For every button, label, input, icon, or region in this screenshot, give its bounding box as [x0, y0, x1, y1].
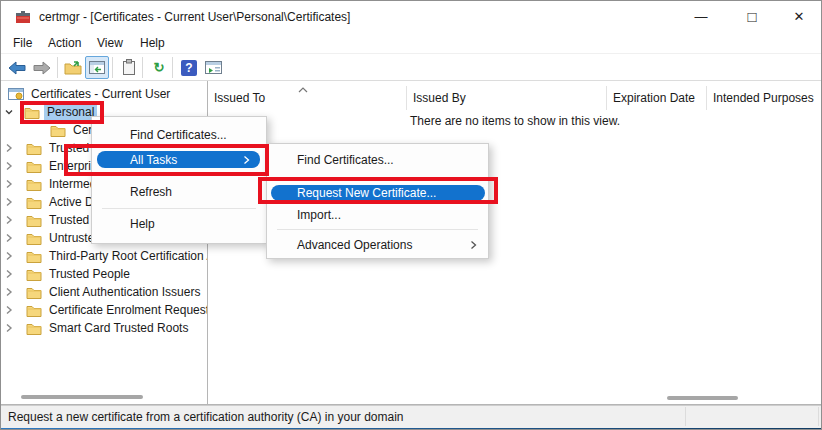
chevron-right-icon[interactable] [4, 215, 14, 225]
forward-icon[interactable] [30, 56, 54, 79]
chevron-right-icon[interactable] [4, 161, 14, 171]
chevron-right-icon[interactable] [4, 233, 14, 243]
tree-item-third-party-root-certification-authorities[interactable]: Third-Party Root Certification Authoriti… [2, 247, 207, 265]
folder-icon [26, 232, 42, 245]
status-bar-text: Request a new certificate from a certifi… [8, 406, 404, 428]
toolbar-divider [1, 80, 822, 81]
chevron-right-icon[interactable] [4, 197, 14, 207]
left-pane-hscrollbar[interactable] [21, 395, 143, 399]
folder-icon [50, 124, 66, 137]
maximize-button[interactable]: □ [729, 1, 775, 32]
all-tasks-submenu: Find Certificates... Request New Certifi… [266, 143, 489, 259]
tree-item-trusted-people[interactable]: Trusted People [2, 265, 207, 283]
menu-item-all-tasks[interactable]: All Tasks [97, 151, 260, 168]
app-icon [15, 9, 31, 25]
tree-item-client-authentication-issuers[interactable]: Client Authentication Issuers [2, 283, 207, 301]
tree-item-label: Client Authentication Issuers [46, 284, 203, 300]
folder-icon [26, 214, 42, 227]
help-icon[interactable] [177, 56, 201, 79]
menu-file[interactable]: File [9, 33, 36, 54]
minimize-button[interactable]: — [678, 1, 724, 32]
folder-icon [26, 322, 42, 335]
right-pane-hscrollbar[interactable] [667, 396, 738, 400]
title-bar: certmgr - [Certificates - Current User\P… [1, 1, 822, 33]
toolbar-separator [57, 57, 58, 78]
column-header-intended-purposes[interactable]: Intended Purposes [707, 85, 822, 111]
menu-item-refresh[interactable]: Refresh [92, 180, 266, 204]
close-button[interactable]: ✕ [776, 1, 822, 32]
menu-separator [277, 229, 478, 230]
column-separator[interactable] [706, 86, 707, 110]
window-title: certmgr - [Certificates - Current User\P… [39, 1, 350, 33]
folder-icon [26, 286, 42, 299]
submenu-item-advanced-operations[interactable]: Advanced Operations [267, 234, 488, 256]
submenu-item-request-new-certificate[interactable]: Request New Certificate... [271, 185, 485, 201]
menu-view[interactable]: View [93, 33, 127, 54]
show-hide-console-tree-icon[interactable] [85, 56, 109, 79]
folder-icon [26, 160, 42, 173]
chevron-right-icon[interactable] [4, 179, 14, 189]
folder-icon [26, 142, 42, 155]
menu-item-find-certificates[interactable]: Find Certificates... [92, 123, 266, 147]
menu-help[interactable]: Help [136, 33, 169, 54]
chevron-right-icon[interactable] [4, 143, 14, 153]
console-root-icon [8, 87, 24, 101]
chevron-right-icon[interactable] [4, 287, 14, 297]
folder-icon [24, 106, 40, 119]
empty-list-message: There are no items to show in this view. [208, 114, 822, 128]
column-separator[interactable] [406, 86, 407, 110]
certmgr-window: certmgr - [Certificates - Current User\P… [0, 0, 822, 430]
submenu-item-import[interactable]: Import... [267, 204, 488, 226]
tree-item-label: Trusted People [46, 266, 133, 282]
column-header-issued-to[interactable]: Issued To [208, 85, 406, 111]
tree-item-smart-card-trusted-roots[interactable]: Smart Card Trusted Roots [2, 319, 207, 337]
chevron-right-icon[interactable] [4, 323, 14, 333]
chevron-right-icon[interactable] [4, 305, 14, 315]
clipboard-icon[interactable] [117, 56, 141, 79]
folder-icon [26, 304, 42, 317]
folder-icon [26, 250, 42, 263]
tree-item-label: Smart Card Trusted Roots [46, 320, 191, 336]
column-header-issued-by[interactable]: Issued By [407, 85, 606, 111]
submenu-item-find-certificates[interactable]: Find Certificates... [267, 149, 488, 171]
toolbar-separator [112, 57, 113, 78]
menubar-divider [1, 53, 822, 54]
folder-icon [26, 196, 42, 209]
tree-item-label: Third-Party Root Certification Authoriti… [46, 248, 207, 264]
submenu-arrow-icon [243, 155, 250, 164]
column-separator[interactable] [606, 86, 607, 110]
chevron-right-icon[interactable] [4, 269, 14, 279]
context-menu: Find Certificates... All Tasks Refresh H… [91, 116, 267, 244]
toolbar-separator [172, 57, 173, 78]
menu-action[interactable]: Action [44, 33, 85, 54]
status-bar-separator [685, 407, 686, 426]
refresh-icon[interactable]: ↻ [147, 56, 171, 79]
folder-icon [26, 268, 42, 281]
tree-root-label: Certificates - Current User [28, 86, 173, 102]
back-icon[interactable] [5, 56, 29, 79]
tree-root-certificates-current-user[interactable]: Certificates - Current User [2, 85, 207, 103]
tree-item-certificate-enrolment-requests[interactable]: Certificate Enrolment Requests [2, 301, 207, 319]
tree-item-label: Certificate Enrolment Requests [46, 302, 207, 318]
menu-item-help[interactable]: Help [92, 212, 266, 236]
column-header-expiration-date[interactable]: Expiration Date [607, 85, 706, 111]
tree-item-label: Personal [44, 104, 97, 120]
submenu-arrow-icon [470, 241, 477, 250]
chevron-down-icon[interactable] [4, 108, 14, 116]
menu-separator [102, 208, 256, 209]
toolbar-separator [142, 57, 143, 78]
folder-icon [26, 178, 42, 191]
show-window-list-icon[interactable] [201, 56, 225, 79]
chevron-right-icon[interactable] [4, 251, 14, 261]
status-bar-separator [818, 407, 819, 426]
export-icon[interactable] [61, 56, 85, 79]
